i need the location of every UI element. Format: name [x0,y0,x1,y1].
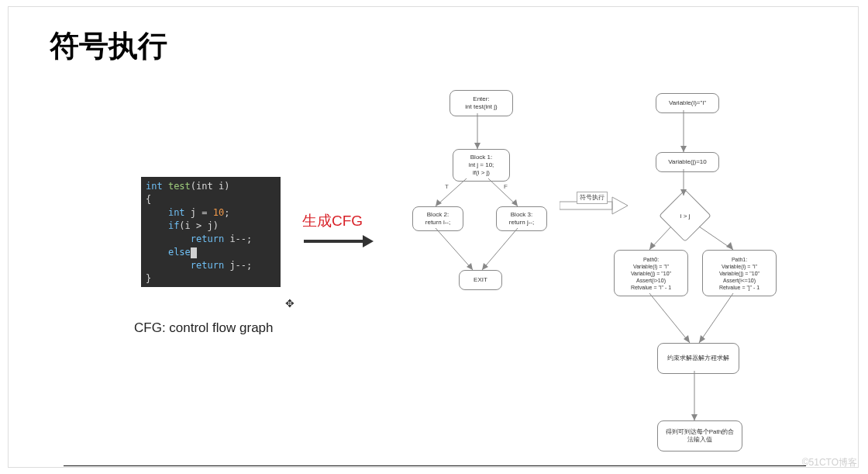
sym-node-solver: 约束求解器解方程求解 [657,343,739,374]
svg-marker-3 [612,197,628,214]
slide-title: 符号执行 [50,26,167,66]
sym-node-path1: Path1: Variable(i) = "i" Variable(j) = "… [702,250,777,296]
watermark: ©51CTO博客 [802,456,857,469]
arrow-generate-cfg: 生成CFG [302,213,374,250]
sym-node-var-j: Variable(j)=10 [656,152,719,172]
cfg-node-exit: EXIT [459,270,502,290]
cfg-node-block1: Block 1: int j = 10; if(i > j) [453,149,510,182]
cfg-node-enter: Enter: int test(int j) [450,90,513,116]
edge-label-t: T [445,183,449,190]
sym-node-output: 得到可到达每个Path的合 法输入值 [657,420,742,452]
arrow1-label: 生成CFG [302,213,374,228]
sym-node-var-i: Variable(i)="i" [656,93,719,113]
svg-marker-1 [363,235,374,247]
cfg-node-block2: Block 2: return i--; [412,206,463,231]
cfg-node-block3: Block 3: return j--; [496,206,547,231]
cfg-caption: CFG: control flow graph [134,320,274,336]
code-block: int test(int i) { int j = 10; if(i > j) … [141,177,281,287]
arrow-symbolic-exec: 符号执行 [560,194,629,220]
sym-node-path0: Path0: Variable(i) = "i" Variable(j) = "… [614,250,688,296]
arrow2-label: 符号执行 [577,192,608,204]
slide-frame [8,6,859,468]
footer-rule [64,465,806,466]
edge-label-f: F [504,183,508,190]
